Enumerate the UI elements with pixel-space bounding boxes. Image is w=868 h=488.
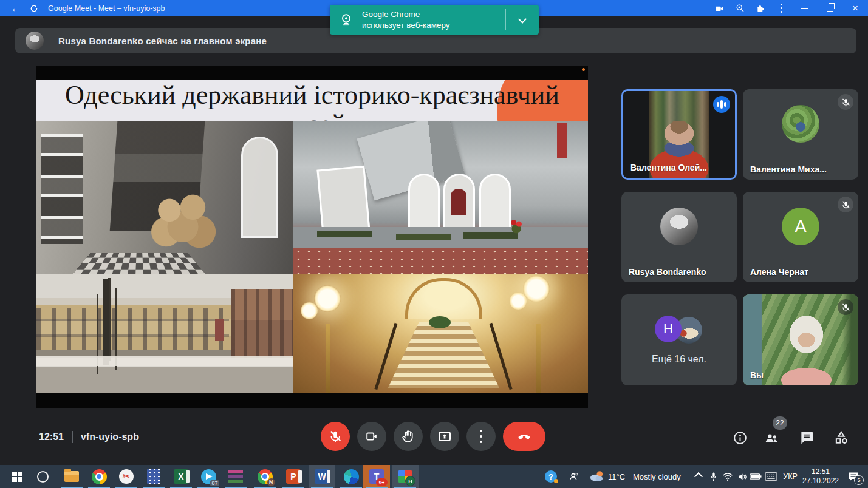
tray-help[interactable]: ? xyxy=(541,465,561,488)
participant-tile[interactable]: А Алена Чернат xyxy=(743,192,858,282)
participant-tile[interactable]: Валентина Миха... xyxy=(743,89,858,180)
decor-platform xyxy=(293,227,588,250)
banner-expand-button[interactable] xyxy=(506,5,539,35)
participant-name: Вы xyxy=(750,370,764,380)
camera-permission-icon[interactable] xyxy=(709,0,730,16)
participants-count-badge: 22 xyxy=(773,416,787,430)
more-options-button[interactable] xyxy=(466,422,496,451)
tray-microphone[interactable] xyxy=(706,465,720,488)
avatar xyxy=(782,105,819,143)
mic-off-icon xyxy=(838,94,853,110)
powerpoint-letter: P xyxy=(290,472,296,481)
battery-icon xyxy=(750,473,762,480)
taskbar-google-meet[interactable]: Н xyxy=(392,465,419,488)
tray-language[interactable]: УКР xyxy=(780,465,801,488)
overflow-participants-tile[interactable]: Н Ещё 16 чел. xyxy=(621,294,737,385)
browser-menu-icon[interactable] xyxy=(771,0,791,16)
google-meet-icon: Н xyxy=(398,470,412,483)
end-call-button[interactable] xyxy=(503,422,545,451)
speaker-icon xyxy=(737,472,748,481)
present-screen-button[interactable] xyxy=(430,422,459,451)
decor-photo-frames xyxy=(41,134,83,243)
participant-tile[interactable]: Rusya Bondarenko xyxy=(621,192,737,282)
profile-badge: N xyxy=(267,478,275,486)
taskbar-chrome-profile[interactable]: N xyxy=(251,465,278,488)
chat-button[interactable] xyxy=(799,430,815,446)
tray-battery[interactable] xyxy=(748,465,764,488)
weather-temp[interactable]: 11°C xyxy=(608,465,625,488)
back-icon[interactable]: ← xyxy=(11,3,20,13)
meeting-details-button[interactable] xyxy=(732,430,748,446)
decor-checkered-floor xyxy=(72,252,207,274)
decor-arch xyxy=(405,278,482,319)
mute-microphone-button[interactable] xyxy=(321,422,350,451)
chevron-down-icon xyxy=(518,15,527,23)
start-button[interactable] xyxy=(4,465,30,488)
taskbar-excel[interactable]: X xyxy=(168,465,194,488)
participants-panel-button[interactable] xyxy=(764,430,779,446)
mic-off-icon xyxy=(838,197,853,212)
participant-name: Rusya Bondarenko xyxy=(629,267,706,277)
taskbar-telegram[interactable]: 87 xyxy=(195,465,222,488)
clock-date: 27.10.2022 xyxy=(802,476,839,486)
decor-windows xyxy=(36,308,229,351)
taskbar-teams[interactable]: T 9+ xyxy=(363,465,390,488)
zoom-icon[interactable] xyxy=(730,0,750,16)
taskbar-powerpoint[interactable]: P xyxy=(280,465,307,488)
weather-description[interactable]: Mostly cloudy xyxy=(633,465,681,488)
scissors-icon: ✂ xyxy=(119,469,134,484)
decor-lamp-post xyxy=(326,324,330,393)
photo-museum-building-winter xyxy=(36,274,293,393)
weather-icon-wrap[interactable] xyxy=(587,465,606,488)
taskbar-snipping-tool[interactable]: ✂ xyxy=(113,465,140,488)
presenting-text: Rusya Bondarenko сейчас на главном экран… xyxy=(58,36,267,46)
participant-name: Валентина Миха... xyxy=(750,164,827,174)
decor-side-building xyxy=(231,289,293,358)
paper-plane-icon xyxy=(206,473,213,480)
webcam-icon xyxy=(338,12,354,28)
tray-touch-keyboard[interactable] xyxy=(762,465,779,488)
taskbar-edge[interactable] xyxy=(338,465,364,488)
tray-people[interactable] xyxy=(564,465,583,488)
taskbar-word[interactable]: W xyxy=(309,465,335,488)
activities-button[interactable] xyxy=(833,430,849,446)
taskbar-winrar[interactable] xyxy=(222,465,249,488)
decor-snow xyxy=(36,356,293,366)
self-view-tile[interactable]: Вы xyxy=(743,294,858,385)
taskbar-file-explorer[interactable] xyxy=(58,465,85,488)
chrome-icon: N xyxy=(258,469,273,484)
minimize-button[interactable] xyxy=(791,0,817,16)
taskbar-calculator[interactable] xyxy=(140,465,167,488)
camera-usage-banner[interactable]: Google Chrome использует веб-камеру xyxy=(330,5,539,35)
avatar-group: Н xyxy=(655,316,703,345)
tray-expand[interactable] xyxy=(691,465,706,488)
word-letter: W xyxy=(318,472,326,481)
close-button[interactable]: × xyxy=(842,0,868,16)
camera-button[interactable] xyxy=(357,422,386,451)
decor-flowers xyxy=(510,219,523,234)
winrar-icon xyxy=(228,469,243,484)
decor-lamp-post xyxy=(536,324,541,393)
raise-hand-button[interactable] xyxy=(394,422,423,451)
clock-time: 12:51 xyxy=(812,467,830,476)
help-icon: ? xyxy=(545,470,557,483)
taskbar-chrome[interactable] xyxy=(86,465,112,488)
decor-sandbags xyxy=(149,189,216,250)
calculator-icon xyxy=(147,469,160,484)
letter-avatar: Н xyxy=(655,316,682,342)
extensions-icon[interactable] xyxy=(750,0,771,16)
tray-wifi[interactable] xyxy=(720,465,735,488)
restore-button[interactable] xyxy=(817,0,842,16)
cortana-search-button[interactable] xyxy=(30,465,55,488)
more-options-icon xyxy=(480,429,482,445)
participant-name: Валентина Олей... xyxy=(630,163,707,172)
participant-tile[interactable]: Валентина Олей... xyxy=(621,89,737,180)
reload-icon[interactable] xyxy=(30,4,38,13)
speaking-indicator-icon xyxy=(713,96,730,113)
windows-taskbar: ✂ X 87 N P W T 9+ Н ? xyxy=(0,465,868,488)
decor-tree xyxy=(103,279,109,365)
meeting-info: 12:51 vfn-uyio-spb xyxy=(39,429,139,445)
tab-title: Google Meet - Meet – vfn-uyio-spb xyxy=(48,4,165,13)
tray-clock[interactable]: 12:51 27.10.2022 xyxy=(801,465,841,488)
clock-time: 12:51 xyxy=(39,432,64,442)
